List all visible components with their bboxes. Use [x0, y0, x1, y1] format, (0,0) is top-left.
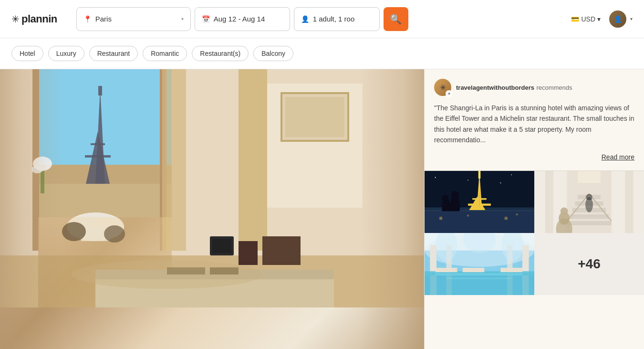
filter-restaurants[interactable]: Restaurant(s) — [192, 46, 249, 61]
grid-image-more[interactable]: +46 — [534, 233, 644, 295]
svg-rect-11 — [32, 69, 39, 251]
rec-username: travelagentwithoutborders — [456, 84, 534, 91]
svg-rect-82 — [436, 273, 522, 275]
svg-point-24 — [67, 212, 124, 241]
svg-rect-15 — [285, 97, 344, 137]
rec-action: recommends — [536, 84, 572, 91]
svg-point-46 — [451, 191, 459, 199]
svg-rect-0 — [38, 69, 172, 217]
svg-rect-2 — [38, 184, 172, 217]
grid-image-1[interactable] — [425, 171, 534, 233]
dates-field[interactable]: 📅 Aug 12 - Aug 14 — [195, 7, 290, 31]
main-hotel-image[interactable] — [0, 69, 424, 349]
logo-star-icon: ✳ — [11, 13, 20, 25]
svg-rect-18 — [95, 275, 334, 307]
header-fields: 📍 Paris ▾ 📅 Aug 12 - Aug 14 👤 1 adult, 1… — [76, 7, 559, 31]
location-chevron-icon: ▾ — [181, 16, 184, 21]
svg-point-52 — [439, 216, 443, 220]
svg-point-48 — [511, 174, 512, 175]
svg-rect-32 — [212, 239, 231, 253]
svg-rect-41 — [472, 198, 487, 200]
svg-rect-58 — [567, 221, 611, 225]
guests-field[interactable]: 👤 1 adult, 1 roo — [294, 7, 380, 31]
svg-rect-34 — [38, 217, 172, 255]
svg-rect-31 — [210, 236, 234, 255]
svg-point-69 — [586, 193, 592, 200]
svg-point-29 — [33, 157, 52, 171]
svg-rect-40 — [468, 203, 491, 206]
read-more-link[interactable]: Read more — [434, 153, 634, 161]
svg-rect-80 — [425, 272, 534, 295]
right-panel: ✳ ✳ travelagentwithoutborders recommends… — [424, 69, 644, 349]
filter-restaurant[interactable]: Restaurant — [89, 46, 138, 61]
rec-text: "The Shangri-La in Paris is a stunning h… — [434, 103, 634, 146]
svg-rect-84 — [436, 268, 457, 272]
svg-rect-1 — [38, 165, 172, 217]
currency-label: USD — [581, 15, 595, 23]
svg-point-55 — [516, 213, 518, 215]
logo[interactable]: ✳ plannin — [11, 13, 57, 25]
avatar[interactable]: 👤 — [609, 11, 626, 28]
main-content: ✳ ✳ travelagentwithoutborders recommends… — [0, 69, 644, 349]
svg-point-30 — [31, 166, 43, 173]
svg-rect-71 — [625, 171, 633, 233]
svg-rect-6 — [91, 143, 105, 145]
svg-point-49 — [500, 182, 501, 183]
avatar-chevron-icon: ▾ — [630, 16, 633, 21]
currency-button[interactable]: 💳 USD ▾ — [566, 12, 605, 26]
svg-rect-70 — [545, 171, 553, 233]
svg-point-54 — [504, 216, 508, 220]
filter-bar: Hotel Luxury Restaurant Romantic Restaur… — [0, 38, 644, 69]
svg-rect-16 — [162, 69, 186, 251]
svg-rect-7 — [98, 86, 102, 95]
filter-luxury[interactable]: Luxury — [48, 46, 84, 61]
location-field[interactable]: 📍 Paris ▾ — [76, 7, 191, 31]
svg-rect-59 — [570, 214, 609, 219]
currency-icon: 💳 — [571, 15, 579, 23]
rec-user-info: travelagentwithoutborders recommends — [456, 83, 572, 92]
filter-hotel[interactable]: Hotel — [11, 46, 43, 61]
grid-image-2[interactable] — [534, 171, 644, 233]
currency-chevron-icon: ▾ — [597, 15, 601, 23]
location-icon: 📍 — [83, 15, 92, 23]
svg-rect-5 — [85, 155, 111, 158]
dates-value: Aug 12 - Aug 14 — [214, 15, 283, 23]
svg-point-33 — [72, 260, 262, 289]
svg-rect-23 — [239, 241, 258, 265]
svg-point-67 — [561, 207, 568, 215]
svg-rect-22 — [262, 236, 301, 265]
svg-point-47 — [435, 177, 436, 178]
svg-rect-12 — [160, 69, 166, 251]
avatar-image: 👤 — [614, 15, 622, 23]
calendar-icon: 📅 — [202, 15, 210, 23]
svg-rect-9 — [172, 69, 424, 307]
logo-text: plannin — [21, 13, 57, 25]
header: ✳ plannin 📍 Paris ▾ 📅 Aug 12 - Aug 14 👤 … — [0, 0, 644, 38]
search-button[interactable]: 🔍 — [384, 7, 408, 31]
svg-rect-25 — [81, 227, 110, 241]
header-right: 💳 USD ▾ 👤 ▾ — [566, 11, 633, 28]
svg-rect-13 — [267, 84, 363, 208]
svg-rect-83 — [447, 277, 512, 279]
guests-value: 1 adult, 1 roo — [313, 15, 373, 23]
svg-marker-4 — [86, 131, 110, 184]
svg-marker-3 — [95, 88, 105, 184]
svg-rect-42 — [478, 171, 481, 179]
svg-rect-14 — [281, 93, 348, 141]
svg-rect-86 — [500, 268, 522, 272]
location-value: Paris — [95, 15, 177, 23]
filter-romantic[interactable]: Romantic — [143, 46, 187, 61]
recommendation-card: ✳ ✳ travelagentwithoutborders recommends… — [425, 69, 644, 170]
svg-point-45 — [442, 195, 448, 201]
guests-icon: 👤 — [301, 15, 309, 23]
rec-avatar-badge: ✳ — [446, 90, 452, 97]
svg-rect-21 — [210, 267, 239, 275]
grid-image-3[interactable] — [425, 233, 534, 295]
svg-rect-10 — [0, 255, 424, 307]
svg-point-50 — [467, 180, 468, 180]
svg-rect-85 — [463, 268, 485, 272]
more-count: +46 — [578, 256, 601, 272]
filter-balcony[interactable]: Balcony — [253, 46, 293, 61]
rec-header: ✳ ✳ travelagentwithoutborders recommends — [434, 79, 634, 96]
rec-avatar: ✳ ✳ — [434, 79, 451, 96]
